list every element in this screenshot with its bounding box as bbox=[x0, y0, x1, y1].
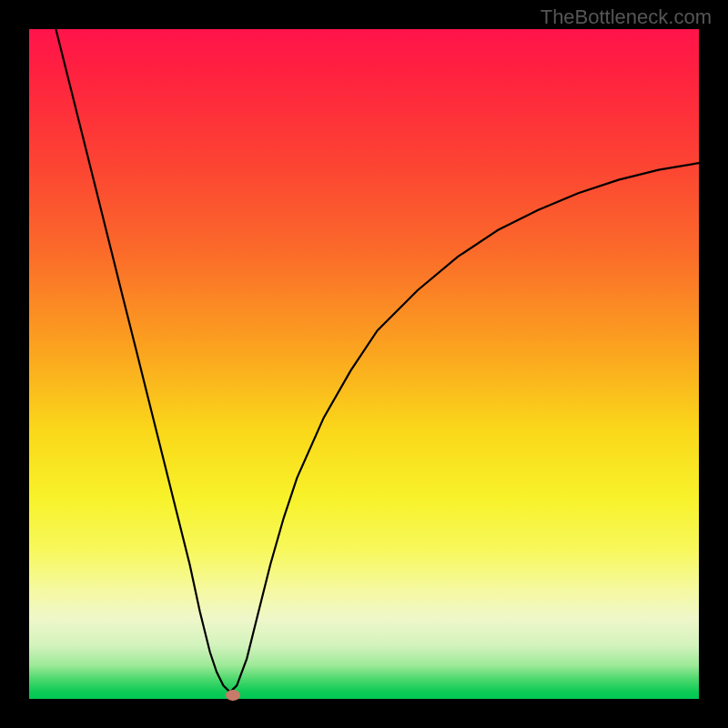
bottleneck-curve bbox=[56, 29, 699, 693]
optimal-point-marker bbox=[226, 690, 240, 701]
watermark-text: TheBottleneck.com bbox=[541, 5, 712, 29]
chart-plot-area bbox=[29, 29, 699, 699]
chart-svg bbox=[29, 29, 699, 699]
